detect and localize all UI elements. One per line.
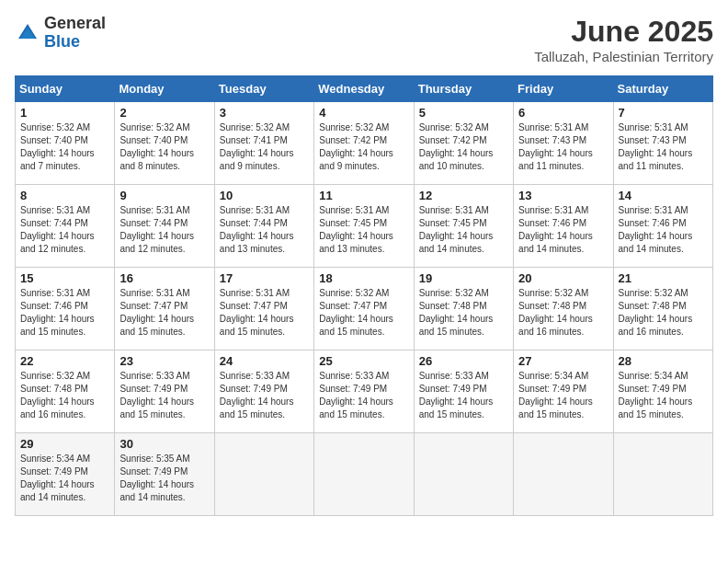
day-info: Sunrise: 5:33 AM Sunset: 7:49 PM Dayligh… — [220, 370, 309, 421]
day-info: Sunrise: 5:31 AM Sunset: 7:45 PM Dayligh… — [319, 204, 408, 256]
day-info: Sunrise: 5:32 AM Sunset: 7:40 PM Dayligh… — [119, 121, 209, 173]
calendar-cell: 10Sunrise: 5:31 AM Sunset: 7:44 PM Dayli… — [214, 185, 313, 268]
day-number: 16 — [119, 271, 209, 285]
day-info: Sunrise: 5:34 AM Sunset: 7:49 PM Dayligh… — [518, 370, 608, 421]
logo-text: General Blue — [44, 15, 106, 52]
day-number: 13 — [518, 189, 608, 202]
calendar-cell: 25Sunrise: 5:33 AM Sunset: 7:49 PM Dayli… — [314, 350, 414, 433]
calendar-cell: 7Sunrise: 5:31 AM Sunset: 7:43 PM Daylig… — [613, 102, 712, 185]
day-number: 11 — [319, 189, 408, 202]
calendar-week-row: 22Sunrise: 5:32 AM Sunset: 7:48 PM Dayli… — [16, 350, 713, 433]
calendar-cell — [514, 433, 613, 516]
day-number: 2 — [119, 106, 209, 120]
calendar-cell: 20Sunrise: 5:32 AM Sunset: 7:48 PM Dayli… — [514, 268, 613, 350]
day-number: 4 — [319, 106, 408, 120]
calendar-week-row: 29Sunrise: 5:34 AM Sunset: 7:49 PM Dayli… — [16, 433, 713, 516]
day-header: Saturday — [613, 76, 712, 102]
day-number: 21 — [619, 271, 708, 285]
day-number: 19 — [419, 271, 508, 285]
calendar-cell — [414, 433, 513, 516]
day-number: 25 — [319, 354, 408, 368]
logo-icon — [15, 20, 40, 46]
calendar-cell: 5Sunrise: 5:32 AM Sunset: 7:42 PM Daylig… — [414, 102, 513, 185]
day-header: Friday — [514, 76, 613, 102]
day-info: Sunrise: 5:32 AM Sunset: 7:48 PM Dayligh… — [20, 370, 109, 421]
day-number: 22 — [20, 354, 109, 368]
day-info: Sunrise: 5:31 AM Sunset: 7:43 PM Dayligh… — [518, 121, 608, 173]
day-number: 27 — [518, 354, 608, 368]
calendar-cell — [314, 433, 414, 516]
day-number: 12 — [419, 189, 508, 202]
day-info: Sunrise: 5:32 AM Sunset: 7:48 PM Dayligh… — [619, 287, 708, 339]
day-number: 28 — [619, 354, 708, 368]
calendar-cell: 21Sunrise: 5:32 AM Sunset: 7:48 PM Dayli… — [613, 268, 712, 350]
day-number: 26 — [419, 354, 508, 368]
title-area: June 2025 Talluzah, Palestinian Territor… — [534, 15, 713, 64]
day-number: 17 — [220, 271, 309, 285]
calendar-cell: 19Sunrise: 5:32 AM Sunset: 7:48 PM Dayli… — [414, 268, 513, 350]
header: General Blue June 2025 Talluzah, Palesti… — [15, 15, 713, 64]
day-number: 10 — [220, 189, 309, 202]
calendar-cell: 29Sunrise: 5:34 AM Sunset: 7:49 PM Dayli… — [16, 433, 115, 516]
day-number: 1 — [20, 106, 109, 120]
day-info: Sunrise: 5:34 AM Sunset: 7:49 PM Dayligh… — [20, 453, 109, 504]
calendar-cell: 2Sunrise: 5:32 AM Sunset: 7:40 PM Daylig… — [115, 102, 214, 185]
day-info: Sunrise: 5:32 AM Sunset: 7:41 PM Dayligh… — [220, 121, 309, 173]
day-info: Sunrise: 5:31 AM Sunset: 7:46 PM Dayligh… — [20, 287, 109, 339]
calendar-cell: 30Sunrise: 5:35 AM Sunset: 7:49 PM Dayli… — [115, 433, 214, 516]
location: Talluzah, Palestinian Territory — [534, 49, 713, 64]
logo: General Blue — [15, 15, 106, 52]
calendar-cell: 9Sunrise: 5:31 AM Sunset: 7:44 PM Daylig… — [115, 185, 214, 268]
day-info: Sunrise: 5:33 AM Sunset: 7:49 PM Dayligh… — [419, 370, 508, 421]
calendar-cell: 18Sunrise: 5:32 AM Sunset: 7:47 PM Dayli… — [314, 268, 414, 350]
day-number: 29 — [20, 437, 109, 451]
header-row: SundayMondayTuesdayWednesdayThursdayFrid… — [16, 76, 713, 102]
day-number: 7 — [619, 106, 708, 120]
day-number: 3 — [220, 106, 309, 120]
day-info: Sunrise: 5:32 AM Sunset: 7:42 PM Dayligh… — [419, 121, 508, 173]
day-number: 30 — [119, 437, 209, 451]
calendar-cell: 26Sunrise: 5:33 AM Sunset: 7:49 PM Dayli… — [414, 350, 513, 433]
day-info: Sunrise: 5:31 AM Sunset: 7:47 PM Dayligh… — [220, 287, 309, 339]
day-number: 23 — [119, 354, 209, 368]
calendar-cell: 12Sunrise: 5:31 AM Sunset: 7:45 PM Dayli… — [414, 185, 513, 268]
calendar-week-row: 15Sunrise: 5:31 AM Sunset: 7:46 PM Dayli… — [16, 268, 713, 350]
logo-general: General — [44, 14, 106, 32]
calendar-cell: 8Sunrise: 5:31 AM Sunset: 7:44 PM Daylig… — [16, 185, 115, 268]
day-number: 8 — [20, 189, 109, 202]
month-year: June 2025 — [534, 15, 713, 49]
day-info: Sunrise: 5:31 AM Sunset: 7:44 PM Dayligh… — [220, 204, 309, 256]
day-info: Sunrise: 5:33 AM Sunset: 7:49 PM Dayligh… — [319, 370, 408, 421]
day-number: 6 — [518, 106, 608, 120]
calendar-table: SundayMondayTuesdayWednesdayThursdayFrid… — [15, 75, 713, 516]
calendar-cell: 4Sunrise: 5:32 AM Sunset: 7:42 PM Daylig… — [314, 102, 414, 185]
day-info: Sunrise: 5:32 AM Sunset: 7:48 PM Dayligh… — [518, 287, 608, 339]
calendar-cell: 28Sunrise: 5:34 AM Sunset: 7:49 PM Dayli… — [613, 350, 712, 433]
day-header: Monday — [115, 76, 214, 102]
day-number: 14 — [619, 189, 708, 202]
calendar-cell: 22Sunrise: 5:32 AM Sunset: 7:48 PM Dayli… — [16, 350, 115, 433]
day-info: Sunrise: 5:31 AM Sunset: 7:44 PM Dayligh… — [20, 204, 109, 256]
day-header: Tuesday — [214, 76, 313, 102]
day-info: Sunrise: 5:32 AM Sunset: 7:42 PM Dayligh… — [319, 121, 408, 173]
calendar-cell — [214, 433, 313, 516]
calendar-cell: 3Sunrise: 5:32 AM Sunset: 7:41 PM Daylig… — [214, 102, 313, 185]
day-info: Sunrise: 5:31 AM Sunset: 7:46 PM Dayligh… — [619, 204, 708, 256]
day-info: Sunrise: 5:31 AM Sunset: 7:47 PM Dayligh… — [119, 287, 209, 339]
calendar-cell — [613, 433, 712, 516]
calendar-cell: 6Sunrise: 5:31 AM Sunset: 7:43 PM Daylig… — [514, 102, 613, 185]
day-info: Sunrise: 5:33 AM Sunset: 7:49 PM Dayligh… — [119, 370, 209, 421]
logo-blue: Blue — [44, 32, 80, 51]
day-info: Sunrise: 5:34 AM Sunset: 7:49 PM Dayligh… — [619, 370, 708, 421]
day-info: Sunrise: 5:32 AM Sunset: 7:48 PM Dayligh… — [419, 287, 508, 339]
calendar-cell: 11Sunrise: 5:31 AM Sunset: 7:45 PM Dayli… — [314, 185, 414, 268]
day-info: Sunrise: 5:31 AM Sunset: 7:44 PM Dayligh… — [119, 204, 209, 256]
day-header: Sunday — [16, 76, 115, 102]
calendar-cell: 24Sunrise: 5:33 AM Sunset: 7:49 PM Dayli… — [214, 350, 313, 433]
day-number: 18 — [319, 271, 408, 285]
calendar-cell: 16Sunrise: 5:31 AM Sunset: 7:47 PM Dayli… — [115, 268, 214, 350]
day-header: Thursday — [414, 76, 513, 102]
day-number: 9 — [119, 189, 209, 202]
calendar-cell: 27Sunrise: 5:34 AM Sunset: 7:49 PM Dayli… — [514, 350, 613, 433]
calendar-cell: 1Sunrise: 5:32 AM Sunset: 7:40 PM Daylig… — [16, 102, 115, 185]
